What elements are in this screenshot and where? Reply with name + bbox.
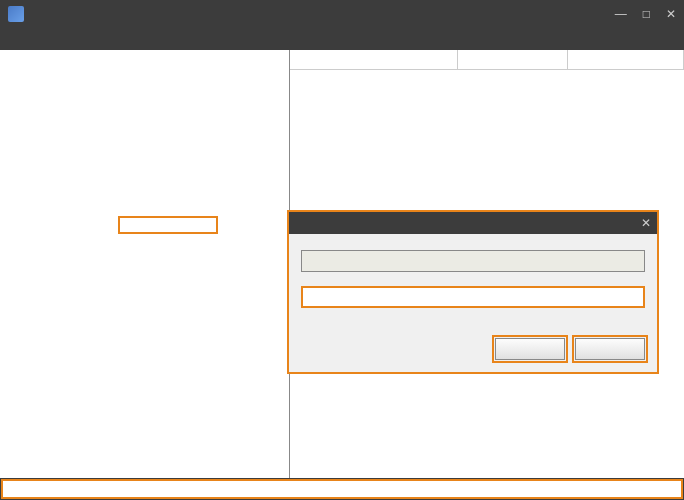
edit-string-dialog: ✕: [287, 210, 659, 374]
dialog-close-icon[interactable]: ✕: [641, 216, 651, 230]
dialog-buttons: [289, 330, 657, 372]
menu-file[interactable]: [4, 37, 20, 41]
menu-favorites[interactable]: [52, 37, 68, 41]
app-icon: [8, 6, 24, 22]
column-headers: [290, 50, 684, 70]
menubar: [0, 28, 684, 50]
titlebar[interactable]: — □ ✕: [0, 0, 684, 28]
value-name-input[interactable]: [301, 250, 645, 272]
close-button[interactable]: ✕: [666, 7, 676, 21]
registry-tree: [0, 50, 289, 54]
menu-help[interactable]: [68, 37, 84, 41]
column-type[interactable]: [458, 50, 568, 69]
menu-view[interactable]: [36, 37, 52, 41]
column-data[interactable]: [568, 50, 684, 69]
tree-pane[interactable]: [0, 50, 290, 478]
column-name[interactable]: [290, 50, 458, 69]
dialog-titlebar[interactable]: ✕: [289, 212, 657, 234]
ok-button[interactable]: [495, 338, 565, 360]
tree-highlight: [118, 216, 218, 234]
menu-edit[interactable]: [20, 37, 36, 41]
statusbar-path: [1, 479, 683, 499]
cancel-button[interactable]: [575, 338, 645, 360]
maximize-button[interactable]: □: [643, 7, 650, 21]
value-data-input[interactable]: [301, 286, 645, 308]
minimize-button[interactable]: —: [615, 7, 627, 21]
window-controls: — □ ✕: [615, 7, 676, 21]
dialog-body: [289, 234, 657, 330]
